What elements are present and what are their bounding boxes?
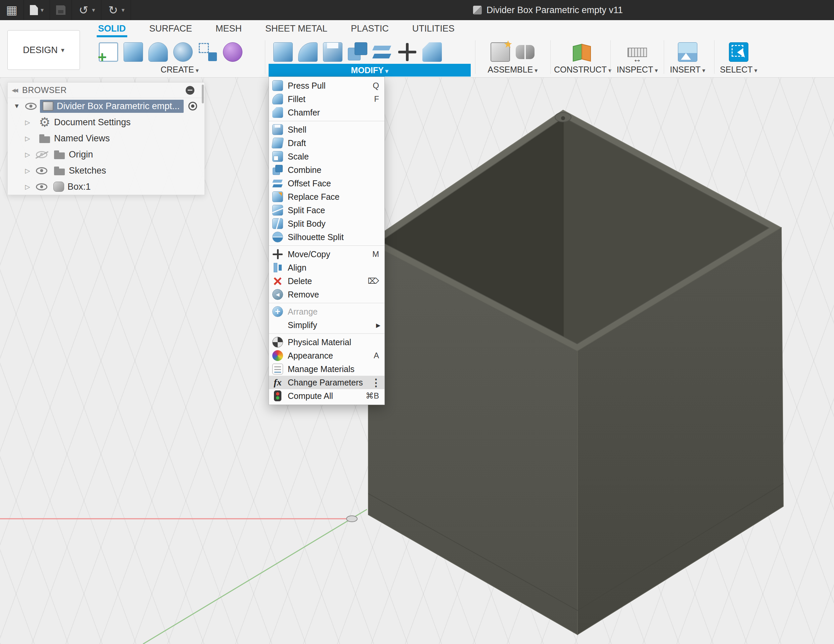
joint-icon[interactable] <box>516 42 535 62</box>
split-face-icon <box>272 205 283 215</box>
tab-sheet-metal[interactable]: SHEET METAL <box>265 20 327 37</box>
move-icon[interactable] <box>398 42 417 62</box>
expander-icon[interactable] <box>23 118 32 126</box>
menu-item-physical-material[interactable]: Physical Material <box>269 335 385 349</box>
menu-item-delete[interactable]: Delete ⌦ <box>269 274 385 288</box>
expander-icon[interactable] <box>23 151 32 159</box>
select-menu-button[interactable]: SELECT <box>715 65 762 74</box>
tab-plastic[interactable]: PLASTIC <box>351 20 389 37</box>
shell-icon[interactable] <box>323 42 343 62</box>
pattern-icon[interactable] <box>198 42 218 62</box>
tab-utilities[interactable]: UTILITIES <box>412 20 454 37</box>
menu-item-change-parameters[interactable]: Change Parameters <box>269 376 385 389</box>
browser-row-origin[interactable]: Origin <box>8 146 204 162</box>
design-workspace-dropdown[interactable]: DESIGN <box>7 30 80 70</box>
toolbar-group-modify: MODIFY <box>268 37 471 77</box>
apps-grid-button[interactable] <box>0 0 24 20</box>
visibility-eye-icon[interactable] <box>36 151 47 158</box>
expander-icon[interactable] <box>23 134 32 142</box>
menu-item-silhouette-split[interactable]: Silhouette Split <box>269 230 385 244</box>
select-icon[interactable] <box>729 42 748 62</box>
modify-menu-button[interactable]: MODIFY <box>268 64 471 76</box>
activate-component-radio[interactable] <box>188 102 197 110</box>
menu-item-draft[interactable]: Draft <box>269 136 385 150</box>
menu-item-scale[interactable]: Scale <box>269 150 385 163</box>
menu-item-compute-all[interactable]: Compute All ⌘B <box>269 389 385 403</box>
browser-scrollbar[interactable] <box>202 85 204 104</box>
menu-item-move-copy[interactable]: Move/Copy M <box>269 248 385 261</box>
browser-item-label: Named Views <box>54 133 110 144</box>
appearance-icon <box>272 350 283 361</box>
align-icon <box>272 262 283 273</box>
menu-shortcut: ⌘B <box>365 391 381 401</box>
visibility-eye-icon[interactable] <box>36 183 47 190</box>
menu-item-replace-face[interactable]: Replace Face <box>269 190 385 204</box>
tab-surface[interactable]: SURFACE <box>149 20 192 37</box>
menu-item-press-pull[interactable]: Press Pull Q <box>269 79 385 92</box>
redo-button[interactable] <box>102 0 131 20</box>
menu-item-combine[interactable]: Combine <box>269 163 385 176</box>
press-pull-icon[interactable] <box>273 42 293 62</box>
expander-icon[interactable] <box>23 167 32 175</box>
inspect-menu-button[interactable]: INSPECT <box>614 65 661 74</box>
menu-item-offset-face[interactable]: Offset Face <box>269 176 385 190</box>
menu-item-remove[interactable]: Remove <box>269 288 385 301</box>
form-icon[interactable] <box>223 42 242 62</box>
construction-plane-icon[interactable] <box>572 42 592 62</box>
browser-row-divider-box-parametric-empt[interactable]: Divider Box Parametric empt... <box>8 98 204 114</box>
menu-item-manage-materials[interactable]: Manage Materials <box>269 362 385 376</box>
tab-mesh[interactable]: MESH <box>215 20 242 37</box>
browser-row-sketches[interactable]: Sketches <box>8 162 204 179</box>
menu-item-shell[interactable]: Shell <box>269 123 385 136</box>
menu-item-align[interactable]: Align <box>269 261 385 274</box>
revolve-icon[interactable] <box>149 42 168 62</box>
body-icon <box>53 182 64 192</box>
chamfer-icon[interactable] <box>422 42 442 62</box>
combine-icon[interactable] <box>348 42 367 62</box>
offset-face-icon[interactable] <box>373 42 392 62</box>
browser-title: BROWSER <box>22 85 67 95</box>
create-menu-button[interactable]: CREATE <box>94 65 265 74</box>
menu-item-chamfer[interactable]: Chamfer <box>269 106 385 119</box>
assemble-menu-button[interactable]: ASSEMBLE <box>479 65 546 74</box>
new-component-icon[interactable] <box>491 42 510 62</box>
caret-icon[interactable] <box>40 6 44 14</box>
construct-menu-button[interactable]: CONSTRUCT <box>554 65 609 74</box>
extrude-icon[interactable] <box>124 42 143 62</box>
caret-icon[interactable] <box>92 6 95 14</box>
tab-solid[interactable]: SOLID <box>98 20 126 37</box>
menu-item-appearance[interactable]: Appearance A <box>269 349 385 362</box>
expander-icon[interactable] <box>23 183 32 191</box>
insert-menu-button[interactable]: INSERT <box>664 65 711 74</box>
menu-item-label: Scale <box>288 152 309 162</box>
workspace-tabs: SOLID SURFACE MESH SHEET METAL PLASTIC U… <box>98 20 454 37</box>
browser-row-document-settings[interactable]: Document Settings <box>8 114 204 130</box>
insert-canvas-icon[interactable] <box>678 42 697 62</box>
menu-item-fillet[interactable]: Fillet F <box>269 92 385 106</box>
visibility-eye-icon[interactable] <box>36 167 47 174</box>
create-sketch-icon[interactable] <box>99 42 118 62</box>
toolbar-group-create: CREATE <box>94 37 265 77</box>
insert-icons-row <box>664 39 711 65</box>
undo-button[interactable] <box>72 0 102 20</box>
menu-item-label: Appearance <box>288 351 333 361</box>
visibility-eye-icon[interactable] <box>25 103 37 110</box>
menu-item-label: Replace Face <box>288 192 339 202</box>
toolbar-group-assemble: ASSEMBLE <box>479 37 546 77</box>
fillet-icon[interactable] <box>298 42 318 62</box>
fusion-360-window: Divider Box Parametric empty v11 SOLID S… <box>0 0 834 644</box>
menu-item-split-body[interactable]: Split Body <box>269 217 385 230</box>
browser-row-named-views[interactable]: Named Views <box>8 130 204 146</box>
overflow-grip-icon[interactable] <box>371 377 381 388</box>
file-new-button[interactable] <box>24 0 50 20</box>
menu-item-simplify[interactable]: Simplify <box>269 318 385 332</box>
measure-icon[interactable] <box>627 42 647 62</box>
collapse-panel-icon[interactable] <box>12 87 19 93</box>
display-settings-icon[interactable] <box>186 86 194 95</box>
caret-icon[interactable] <box>121 6 124 14</box>
submenu-arrow-icon <box>376 320 381 330</box>
sweep-icon[interactable] <box>173 42 193 62</box>
browser-row-box-1[interactable]: Box:1 <box>8 179 204 195</box>
menu-item-split-face[interactable]: Split Face <box>269 204 385 217</box>
expander-icon[interactable] <box>12 102 22 110</box>
